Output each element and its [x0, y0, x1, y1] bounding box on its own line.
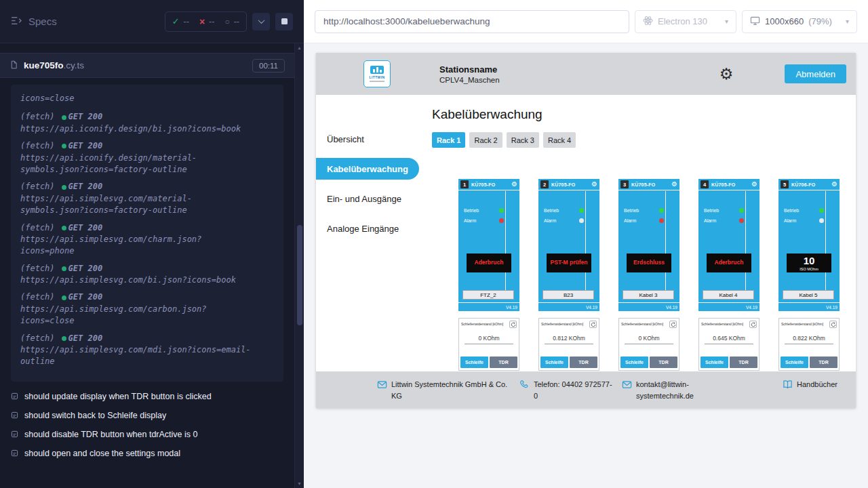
refresh-icon[interactable]	[589, 321, 597, 328]
fetch-log-status-line: (fetch) GET 200	[20, 263, 274, 274]
sidebar-item[interactable]: Kabelüberwachung	[316, 158, 419, 180]
card-gear-icon[interactable]: ⚙	[671, 181, 677, 188]
refresh-icon[interactable]	[669, 321, 677, 328]
browser-select[interactable]: Electron 130 ▾	[635, 10, 736, 33]
fetch-log-status-line: (fetch) GET 200	[20, 111, 274, 123]
url-input[interactable]	[318, 16, 626, 26]
logout-button[interactable]: Abmelden	[785, 64, 846, 83]
footer-manuals-link[interactable]: Handbücher	[783, 379, 837, 390]
specs-menu-button[interactable]: Specs	[11, 16, 57, 27]
device-card-panel: 2 KÜ705-FO ⚙ Betrieb Ala	[538, 179, 599, 311]
fetch-log-entry[interactable]: (fetch) GET 200 https://api.simplesvg.co…	[20, 291, 274, 327]
test-item[interactable]: should switch back to Schleife display	[11, 406, 283, 425]
card-divider-line	[665, 191, 666, 290]
footer-email-link[interactable]: kontakt@littwin-systemtechnik.de	[622, 379, 732, 401]
status-big-value: 10	[804, 256, 815, 266]
fetch-log-entry[interactable]: (fetch) GET 200 https://api.iconify.desi…	[20, 111, 274, 135]
screenshot-stage: Specs ✓-- ×-- ○-- kue705fo.cy.ts 00:11 i…	[0, 0, 868, 488]
card-model-label: KÜ705-FO	[551, 182, 575, 187]
viewport-select[interactable]: 1000x660 (79%) ▾	[742, 10, 857, 33]
fetch-log-status-line: (fetch) GET 200	[20, 140, 274, 152]
card-bottom-line	[778, 302, 840, 303]
status-unit-label: ISO MOhm	[800, 267, 818, 271]
schleife-button[interactable]: Schleife	[460, 357, 488, 368]
fetch-log-entry[interactable]: (fetch) GET 200 https://api.simplesvg.co…	[20, 181, 274, 216]
card-number-badge: 5	[781, 180, 789, 188]
rack-tab[interactable]: Rack 4	[543, 132, 576, 148]
tdr-button[interactable]: TDR	[490, 357, 517, 368]
fetch-label: (fetch)	[20, 263, 55, 274]
tdr-button[interactable]: TDR	[570, 357, 597, 368]
scrollbar-thumb[interactable]	[297, 225, 302, 325]
scroll-up-icon[interactable]: ▲	[295, 45, 304, 50]
test-list: should update display when TDR button is…	[0, 387, 294, 463]
cable-name: Kabel 3	[623, 290, 674, 300]
fetch-label: (fetch)	[20, 291, 55, 303]
rack-tab[interactable]: Rack 3	[507, 132, 539, 148]
settings-gear-icon[interactable]: ⚙	[719, 66, 734, 82]
test-item[interactable]: should open and close the settings modal	[11, 444, 283, 463]
refresh-icon[interactable]	[509, 321, 517, 328]
card-divider-line	[585, 191, 586, 290]
test-item[interactable]: should update display when TDR button is…	[11, 387, 283, 406]
card-bottom-line	[698, 302, 760, 303]
tdr-button[interactable]: TDR	[810, 357, 837, 368]
sidebar-item[interactable]: Übersicht	[316, 128, 419, 150]
firmware-version: V4.19	[666, 305, 677, 310]
stop-button[interactable]	[275, 13, 293, 30]
fetch-log-entry[interactable]: (fetch) GET 200 https://api.simplesvg.co…	[20, 263, 274, 287]
refresh-icon[interactable]	[829, 321, 837, 328]
app-window: LITTWIN Stationsname CPLV4_Maschen ⚙ Abm…	[316, 53, 856, 408]
card-header: 2 KÜ705-FO ⚙	[538, 179, 599, 190]
fetch-log-entry[interactable]: (fetch) GET 200 https://api.iconify.desi…	[20, 140, 274, 176]
schleife-button[interactable]: Schleife	[540, 357, 568, 368]
collapse-button[interactable]	[252, 13, 270, 30]
refresh-icon[interactable]	[749, 321, 757, 328]
sidebar-item[interactable]: Analoge Eingänge	[316, 218, 419, 239]
station-name: CPLV4_Maschen	[439, 76, 500, 84]
rack-tab[interactable]: Rack 2	[469, 132, 502, 148]
measurement-buttons: Schleife TDR	[460, 357, 517, 368]
card-gear-icon[interactable]: ⚙	[831, 181, 837, 188]
cable-name: B23	[542, 290, 594, 300]
footer-manuals-text: Handbücher	[797, 379, 837, 390]
card-gear-icon[interactable]: ⚙	[751, 181, 757, 188]
scroll-down-icon[interactable]: ▼	[295, 481, 304, 486]
fetch-log-entry[interactable]: (fetch) GET 200 https://api.simplesvg.co…	[20, 333, 274, 368]
device-card: 3 KÜ705-FO ⚙ Betrieb Ala	[618, 179, 679, 371]
measurement-panel: Schleifenwiderstand [kOhm] 0 KOhm Schlei…	[458, 318, 519, 371]
fetch-log-entry[interactable]: (fetch) GET 200 https://api.simplesvg.co…	[20, 222, 274, 258]
station-info: Stationsname CPLV4_Maschen	[439, 64, 500, 84]
footer-phone-link[interactable]: Telefon: 04402 972577-0	[520, 379, 614, 401]
card-gear-icon[interactable]: ⚙	[511, 181, 517, 188]
measurement-label: Schleifenwiderstand [kOhm]	[541, 321, 589, 326]
request-url: https://api.simplesvg.com/bi.json?icons=…	[20, 274, 252, 286]
footer-company-link[interactable]: Littwin Systemtechnik GmbH & Co. KG	[377, 379, 512, 401]
rack-tab-label: Rack 4	[548, 136, 571, 144]
app-footer: Littwin Systemtechnik GmbH & Co. KG Tele…	[316, 371, 856, 408]
sidebar-item[interactable]: Ein- und Ausgänge	[316, 188, 419, 209]
schleife-button[interactable]: Schleife	[781, 357, 808, 368]
rack-tab-label: Rack 1	[437, 136, 460, 144]
spec-file-row[interactable]: kue705fo.cy.ts 00:11	[0, 53, 294, 78]
request-url: https://api.iconify.design/material-symb…	[20, 152, 252, 176]
schleife-button[interactable]: Schleife	[701, 357, 728, 368]
device-card-panel: 5 KÜ706-FO ⚙ Betrieb Ala	[778, 179, 840, 311]
request-status-dot	[62, 226, 66, 230]
card-gear-icon[interactable]: ⚙	[591, 181, 597, 188]
electron-icon	[643, 16, 653, 28]
rack-tab[interactable]: Rack 1	[432, 132, 465, 148]
request-url: https://api.iconify.design/bi.json?icons…	[20, 123, 252, 135]
betrieb-label: Betrieb	[464, 208, 479, 213]
test-item[interactable]: should disable TDR button when tdrActive…	[11, 425, 283, 444]
device-card: 4 KÜ705-FO ⚙ Betrieb Ala	[698, 179, 760, 371]
tdr-button[interactable]: TDR	[730, 357, 757, 368]
runner-scrollbar[interactable]: ▲ ▼	[294, 43, 304, 488]
request-status: GET 200	[68, 291, 103, 303]
mail-icon	[622, 380, 632, 390]
schleife-button[interactable]: Schleife	[620, 357, 648, 368]
cable-name: FTZ_2	[462, 290, 514, 300]
tdr-button[interactable]: TDR	[650, 357, 677, 368]
betrieb-led-row: Betrieb	[698, 208, 745, 213]
stat-failed: ×--	[199, 16, 215, 27]
